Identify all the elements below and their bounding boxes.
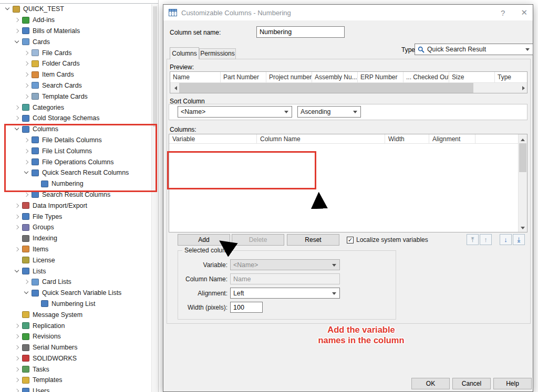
chevron-collapsed-icon[interactable] — [23, 279, 29, 285]
preview-column-header[interactable]: Type — [495, 72, 527, 82]
tree-item-quick-search-result-columns[interactable]: Quick Search Result Columns — [0, 167, 158, 178]
scrollbar-thumb[interactable] — [153, 6, 157, 127]
chevron-collapsed-icon[interactable] — [14, 214, 20, 220]
chevron-collapsed-icon[interactable] — [14, 355, 20, 362]
chevron-expanded-icon[interactable] — [23, 290, 29, 296]
chevron-collapsed-icon[interactable] — [23, 71, 29, 78]
tree-item-categories[interactable]: Categories — [0, 102, 158, 113]
tree-item-file-types[interactable]: File Types — [0, 211, 158, 222]
tree-item-columns[interactable]: Columns — [0, 124, 158, 135]
scrollbar-thumb[interactable] — [179, 83, 473, 93]
chevron-collapsed-icon[interactable] — [23, 50, 29, 56]
preview-horizontal-scrollbar[interactable] — [170, 83, 527, 93]
chevron-collapsed-icon[interactable] — [14, 115, 20, 121]
scroll-up-arrow-icon[interactable] — [519, 134, 527, 143]
ok-button[interactable]: OK — [411, 378, 450, 389]
chevron-collapsed-icon[interactable] — [23, 82, 29, 89]
chevron-collapsed-icon[interactable] — [14, 377, 20, 383]
chevron-collapsed-icon[interactable] — [14, 17, 20, 23]
column-header-column-name[interactable]: Column Name — [257, 134, 385, 143]
tree-item-indexing[interactable]: Indexing — [0, 233, 158, 244]
tree-item-search-result-columns[interactable]: Search Result Columns — [0, 189, 158, 200]
tree-item-revisions[interactable]: Revisions — [0, 331, 158, 342]
chevron-expanded-icon[interactable] — [14, 39, 20, 45]
chevron-expanded-icon[interactable] — [4, 6, 11, 12]
dialog-close-icon[interactable]: ✕ — [521, 8, 527, 17]
preview-column-header[interactable]: Name — [170, 72, 221, 82]
chevron-collapsed-icon[interactable] — [14, 246, 20, 252]
tab-permissions[interactable]: Permissions — [199, 48, 236, 59]
sort-column-dropdown[interactable]: <Name> — [178, 106, 292, 118]
scroll-right-arrow-icon[interactable] — [518, 83, 527, 93]
localize-system-variables-checkbox[interactable]: ✓ Localize system variables — [347, 236, 428, 243]
tree-item-numbering[interactable]: Numbering — [0, 178, 158, 189]
alignment-dropdown[interactable]: Left — [230, 288, 340, 299]
scrollbar-thumb[interactable] — [519, 143, 526, 172]
tree-item-quick-search-variable-lists[interactable]: Quick Search Variable Lists — [0, 288, 158, 299]
tree-item-items[interactable]: Items — [0, 244, 158, 255]
add-button[interactable]: Add — [178, 234, 230, 246]
tree-item-add-ins[interactable]: Add-ins — [0, 15, 158, 26]
tree-item-cold-storage-schemas[interactable]: Cold Storage Schemas — [0, 113, 158, 124]
chevron-collapsed-icon[interactable] — [23, 137, 29, 143]
preview-column-header[interactable]: Project number — [266, 72, 312, 82]
tree-item-license[interactable]: License — [0, 255, 158, 266]
dialog-help-icon[interactable]: ? — [501, 8, 505, 17]
tree-item-tasks[interactable]: Tasks — [0, 364, 158, 375]
chevron-collapsed-icon[interactable] — [23, 192, 29, 198]
move-down-button[interactable]: ↓ — [500, 234, 512, 245]
tree-item-template-cards[interactable]: Template Cards — [0, 91, 158, 102]
column-header-alignment[interactable]: Alignment — [429, 134, 475, 143]
chevron-expanded-icon[interactable] — [14, 126, 20, 132]
chevron-collapsed-icon[interactable] — [14, 104, 20, 111]
tree-item-replication[interactable]: Replication — [0, 320, 158, 331]
chevron-collapsed-icon[interactable] — [23, 148, 29, 154]
chevron-collapsed-icon[interactable] — [23, 159, 29, 165]
tree-scrollbar[interactable] — [151, 4, 158, 392]
tree-item-file-details-columns[interactable]: File Details Columns — [0, 135, 158, 146]
preview-column-header[interactable]: ... Checked Out — [404, 72, 449, 82]
tree-item-groups[interactable]: Groups — [0, 222, 158, 233]
dialog-titlebar[interactable]: Customizable Columns - Numbering ? ✕ — [163, 5, 533, 20]
tree-item-lists[interactable]: Lists — [0, 266, 158, 277]
chevron-expanded-icon[interactable] — [23, 169, 29, 176]
chevron-collapsed-icon[interactable] — [14, 366, 20, 373]
tree-item-data-import-export[interactable]: Data Import/Export — [0, 200, 158, 211]
tree-item-templates[interactable]: Templates — [0, 375, 158, 386]
chevron-expanded-icon[interactable] — [14, 268, 20, 274]
chevron-collapsed-icon[interactable] — [14, 388, 20, 392]
scroll-left-arrow-icon[interactable] — [170, 83, 179, 93]
columns-list-scrollbar[interactable] — [518, 134, 527, 232]
preview-column-header[interactable]: Part Number — [221, 72, 266, 82]
chevron-collapsed-icon[interactable] — [14, 224, 20, 230]
preview-column-header[interactable]: Size — [449, 72, 495, 82]
tree-item-item-cards[interactable]: Item Cards — [0, 69, 158, 80]
tree-item-search-cards[interactable]: Search Cards — [0, 80, 158, 91]
help-button[interactable]: Help — [493, 378, 532, 389]
tree-item-numbering-list[interactable]: Numbering List — [0, 299, 158, 310]
tree-item-bills-of-materials[interactable]: Bills of Materials — [0, 26, 158, 37]
reset-button[interactable]: Reset — [287, 234, 339, 246]
tree-item-file-list-columns[interactable]: File List Columns — [0, 145, 158, 156]
chevron-collapsed-icon[interactable] — [23, 93, 29, 100]
tab-columns[interactable]: Columns — [170, 47, 199, 59]
tree-item-folder-cards[interactable]: Folder Cards — [0, 58, 158, 69]
width-pixels-input[interactable] — [230, 302, 263, 313]
chevron-collapsed-icon[interactable] — [14, 28, 20, 34]
preview-column-header[interactable]: ERP Number — [358, 72, 404, 82]
column-header-width[interactable]: Width — [385, 134, 429, 143]
tree-item-card-lists[interactable]: Card Lists — [0, 277, 158, 288]
tree-item-message-system[interactable]: Message System — [0, 309, 158, 320]
column-header-variable[interactable]: Variable — [169, 134, 257, 143]
chevron-collapsed-icon[interactable] — [14, 323, 20, 329]
tree-item-users[interactable]: Users — [0, 386, 158, 392]
cancel-button[interactable]: Cancel — [452, 378, 491, 389]
column-set-name-input[interactable] — [256, 26, 345, 38]
tree-item-file-cards[interactable]: File Cards — [0, 47, 158, 58]
tree-item-file-operations-columns[interactable]: File Operations Columns — [0, 156, 158, 167]
move-to-bottom-button[interactable]: ⤓ — [513, 234, 525, 245]
type-dropdown[interactable]: Quick Search Result — [415, 44, 533, 55]
tree-item-cards[interactable]: Cards — [0, 36, 158, 47]
scroll-down-arrow-icon[interactable] — [519, 223, 527, 232]
tree-item-quick-test[interactable]: QUICK_TEST — [0, 4, 158, 15]
